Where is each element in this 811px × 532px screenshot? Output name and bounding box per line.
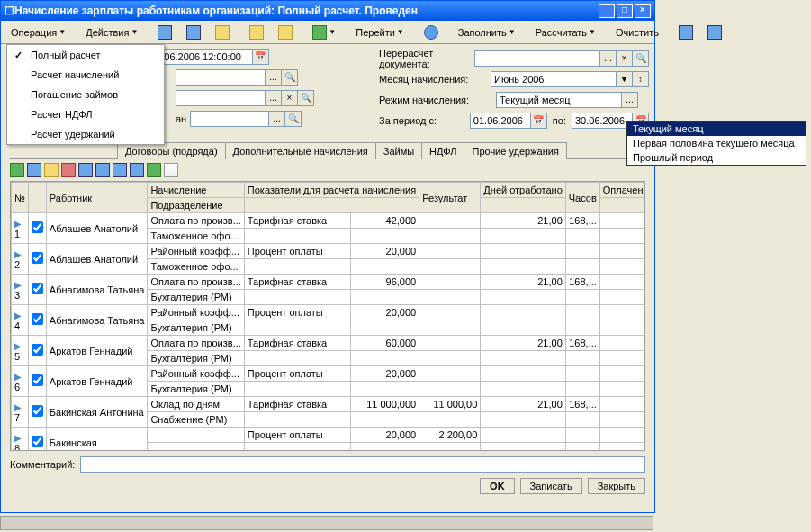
- row-checkbox[interactable]: [32, 374, 43, 386]
- toolbar-folder[interactable]: [272, 23, 299, 42]
- refresh-icon[interactable]: [147, 163, 161, 177]
- calc-menu-button[interactable]: Рассчитать ▼: [529, 24, 602, 41]
- recalc-input[interactable]: [474, 50, 600, 67]
- move-up-icon[interactable]: [78, 163, 93, 177]
- field2-more[interactable]: ...: [266, 69, 282, 86]
- clear-button[interactable]: Очистить: [609, 24, 665, 41]
- close-button[interactable]: ×: [635, 4, 651, 18]
- row-checkbox[interactable]: [32, 344, 43, 356]
- recalc-lookup[interactable]: 🔍: [633, 50, 649, 67]
- col-no[interactable]: №: [12, 183, 29, 213]
- help-icon: [424, 25, 438, 40]
- tab-ndfl[interactable]: НДФЛ: [421, 142, 464, 159]
- horizontal-scrollbar[interactable]: [0, 516, 653, 530]
- col-accrual[interactable]: Начисление: [148, 183, 244, 198]
- field4-more[interactable]: ...: [269, 111, 285, 127]
- help-button[interactable]: [418, 23, 445, 42]
- col-indicators[interactable]: Показатели для расчета начисления: [244, 183, 419, 198]
- field3-x[interactable]: ×: [282, 90, 298, 106]
- field2[interactable]: [176, 69, 266, 86]
- row-checkbox[interactable]: [32, 283, 43, 294]
- toolbar-nav-right[interactable]: [180, 23, 207, 42]
- period-to[interactable]: [572, 113, 633, 129]
- data-grid[interactable]: № Работник Начисление Показатели для рас…: [10, 181, 645, 451]
- row-checkbox[interactable]: [32, 313, 43, 325]
- close-form-button[interactable]: Закрыть: [588, 478, 645, 494]
- table-row[interactable]: ▶7 Бакинская Антонина Оклад по днямТариф…: [12, 397, 646, 412]
- move-down-icon[interactable]: [95, 163, 110, 177]
- row-checkbox[interactable]: [32, 436, 43, 447]
- table-row[interactable]: ▶8 Бакинская Процент оплаты20,0002 200,0…: [12, 428, 646, 443]
- toolbar-book[interactable]: [243, 23, 270, 42]
- col-worker[interactable]: Работник: [46, 183, 148, 213]
- operation-menu-button[interactable]: Операция ▼: [5, 24, 72, 41]
- period-from-cal[interactable]: 📅: [531, 113, 547, 129]
- go-menu-button[interactable]: Перейти ▼: [349, 24, 410, 41]
- actions-menu-button[interactable]: Действия ▼: [79, 24, 144, 41]
- fill-menu-button[interactable]: Заполнить ▼: [452, 24, 522, 41]
- date-calendar-button[interactable]: 📅: [253, 49, 269, 65]
- col-days[interactable]: Дней отработано: [481, 183, 565, 198]
- sort-asc-icon[interactable]: [113, 163, 127, 177]
- month-drop[interactable]: ▼: [617, 71, 633, 87]
- menu-accruals[interactable]: Расчет начислений: [7, 65, 164, 85]
- copy-row-icon[interactable]: [44, 163, 59, 177]
- field3-lookup[interactable]: 🔍: [298, 90, 314, 106]
- toolbar-layout2[interactable]: [701, 23, 728, 42]
- table-row[interactable]: ▶6 Аркатов Геннадий Районный коэфф...Про…: [12, 366, 646, 382]
- table-row[interactable]: ▶2 Аблашев Анатолий Районный коэфф...Про…: [12, 244, 646, 259]
- col-check[interactable]: [28, 183, 46, 213]
- maximize-button[interactable]: □: [617, 4, 633, 18]
- save-button[interactable]: Записать: [520, 478, 582, 494]
- col-paid[interactable]: Оплачено дней/часов: [599, 183, 645, 198]
- table-row[interactable]: ▶3 Абнагимова Татьяна Оплата по произв..…: [12, 275, 646, 290]
- toolbar-layout1[interactable]: [672, 23, 699, 42]
- col-hours[interactable]: Часов: [565, 183, 599, 213]
- recalc-x[interactable]: ×: [617, 50, 633, 67]
- row-checkbox[interactable]: [32, 405, 43, 417]
- doc-icon[interactable]: [164, 163, 178, 177]
- menu-loans[interactable]: Погашение займов: [7, 85, 164, 104]
- mode-input[interactable]: [496, 92, 622, 108]
- menu-full-calc[interactable]: Полный расчет: [7, 45, 164, 65]
- menu-deductions[interactable]: Расчет удержаний: [7, 124, 164, 144]
- delete-row-icon[interactable]: [61, 163, 76, 177]
- month-step[interactable]: ↕: [633, 71, 649, 87]
- month-input[interactable]: [491, 71, 617, 87]
- period-current[interactable]: Текущий месяц: [627, 122, 806, 136]
- add-row-icon[interactable]: [10, 163, 24, 177]
- field4[interactable]: [190, 111, 269, 127]
- period-first-half[interactable]: Первая половина текущего месяца: [627, 136, 806, 150]
- field4-lookup[interactable]: 🔍: [285, 111, 302, 127]
- table-row[interactable]: ▶5 Аркатов Геннадий Оплата по произв...Т…: [12, 336, 646, 351]
- sort-desc-icon[interactable]: [130, 163, 144, 177]
- table-row[interactable]: ▶4 Абнагимова Татьяна Районный коэфф...П…: [12, 305, 646, 320]
- tab-zaimy[interactable]: Займы: [375, 142, 422, 159]
- ok-button[interactable]: OK: [480, 478, 515, 494]
- app-icon: ☐: [5, 5, 14, 17]
- right-form: Перерасчет документа: ...×🔍 Месяц начисл…: [379, 50, 649, 132]
- col-result[interactable]: Результат: [419, 183, 481, 213]
- toolbar-nav-next[interactable]: [209, 23, 236, 42]
- recalc-more[interactable]: ...: [600, 50, 617, 67]
- row-checkbox[interactable]: [32, 252, 43, 264]
- period-from[interactable]: [470, 113, 531, 129]
- col-dept[interactable]: Подразделение: [148, 198, 244, 213]
- field2-lookup[interactable]: 🔍: [282, 69, 298, 86]
- mode-more[interactable]: ...: [622, 92, 638, 108]
- tab-prochie[interactable]: Прочие удержания: [464, 142, 566, 159]
- toolbar-nav-left[interactable]: [151, 23, 178, 42]
- field3[interactable]: [176, 90, 266, 106]
- row-checkbox[interactable]: [32, 221, 43, 233]
- minimize-button[interactable]: _: [599, 4, 615, 18]
- arrow-right-icon: [186, 25, 201, 40]
- comment-row: Комментарий:: [10, 456, 645, 473]
- menu-ndfl[interactable]: Расчет НДФЛ: [7, 104, 164, 124]
- tab-dop[interactable]: Дополнительные начисления: [225, 142, 376, 159]
- comment-input[interactable]: [80, 456, 645, 473]
- edit-row-icon[interactable]: [27, 163, 41, 177]
- field3-clear[interactable]: ...: [266, 90, 282, 106]
- toolbar-down[interactable]: ▼: [306, 23, 342, 42]
- period-past[interactable]: Прошлый период: [627, 150, 806, 165]
- table-row[interactable]: ▶1 Аблашев Анатолий Оплата по произв...Т…: [12, 213, 646, 229]
